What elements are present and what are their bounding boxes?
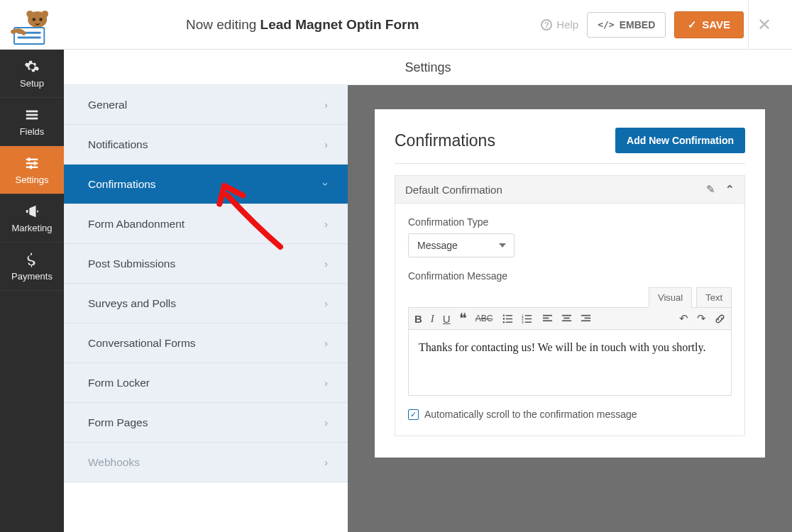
rail-item-payments[interactable]: Payments — [0, 243, 64, 291]
chevron-down-icon: › — [320, 182, 332, 186]
rail-label: Payments — [11, 271, 53, 282]
dollar-icon — [24, 252, 40, 267]
underline-icon[interactable]: U — [443, 313, 451, 325]
svg-rect-15 — [34, 161, 36, 165]
editing-label: Now editing Lead Magnet Optin Form — [64, 17, 541, 33]
svg-rect-22 — [506, 321, 512, 323]
confirmations-heading: Confirmations — [395, 131, 495, 150]
svg-rect-18 — [506, 315, 512, 316]
rail-label: Setup — [20, 78, 44, 89]
strike-icon[interactable]: ABC — [475, 313, 493, 325]
align-center-icon[interactable] — [561, 314, 572, 324]
settings-item-form-abandonment[interactable]: Form Abandonment › — [64, 204, 348, 244]
close-button[interactable]: ✕ — [748, 0, 779, 50]
ul-icon[interactable] — [502, 314, 513, 324]
rail-item-settings[interactable]: Settings — [0, 146, 64, 194]
rail-item-setup[interactable]: Setup — [0, 50, 64, 98]
confirmations-panel: Confirmations Add New Confirmation Defau… — [375, 109, 765, 458]
settings-item-form-locker[interactable]: Form Locker › — [64, 363, 348, 403]
megaphone-icon — [24, 204, 40, 219]
list-icon — [24, 107, 40, 123]
help-icon: ? — [541, 19, 552, 31]
redo-icon[interactable]: ↷ — [697, 312, 706, 325]
svg-rect-7 — [18, 36, 41, 38]
editor-tab-visual[interactable]: Visual — [649, 287, 692, 308]
svg-rect-20 — [506, 318, 512, 319]
svg-point-3 — [33, 18, 35, 21]
editing-prefix: Now editing — [186, 17, 256, 32]
svg-text:3: 3 — [522, 321, 524, 324]
svg-rect-34 — [562, 320, 571, 321]
svg-point-17 — [503, 314, 505, 316]
auto-scroll-checkbox[interactable]: ✓ — [408, 409, 419, 420]
settings-item-conversational[interactable]: Conversational Forms › — [64, 323, 348, 363]
chevron-right-icon: › — [324, 138, 328, 150]
chevron-right-icon: › — [324, 218, 328, 230]
rail-item-fields[interactable]: Fields — [0, 98, 64, 146]
align-left-icon[interactable] — [542, 314, 553, 324]
svg-rect-30 — [543, 317, 549, 318]
settings-item-notifications[interactable]: Notifications › — [64, 125, 348, 165]
bold-icon[interactable]: B — [414, 313, 422, 325]
edit-icon[interactable]: ✎ — [706, 183, 715, 196]
add-confirmation-button[interactable]: Add New Confirmation — [615, 128, 745, 153]
app-logo — [0, 0, 64, 50]
confirmation-type-label: Confirmation Type — [408, 216, 732, 228]
check-icon: ✓ — [688, 18, 697, 31]
align-right-icon[interactable] — [581, 314, 591, 324]
help-label: Help — [556, 18, 578, 31]
settings-item-label: Form Abandonment — [88, 218, 185, 231]
settings-item-surveys[interactable]: Surveys and Polls › — [64, 284, 348, 323]
settings-item-webhooks[interactable]: Webhooks › — [64, 443, 348, 482]
settings-item-label: General — [88, 99, 127, 111]
confirmation-accordion-header[interactable]: Default Confirmation ✎ ⌃ — [395, 175, 745, 204]
rail-item-marketing[interactable]: Marketing — [0, 194, 64, 243]
svg-rect-9 — [26, 113, 38, 116]
svg-rect-10 — [26, 117, 38, 119]
settings-item-label: Form Pages — [88, 416, 148, 429]
quote-icon[interactable]: ❝ — [459, 313, 467, 325]
svg-rect-36 — [585, 317, 590, 318]
link-icon[interactable] — [715, 312, 725, 325]
svg-point-19 — [503, 318, 505, 319]
settings-item-confirmations[interactable]: Confirmations › — [64, 165, 348, 204]
chevron-right-icon: › — [324, 456, 328, 468]
top-bar: Now editing Lead Magnet Optin Form ? Hel… — [0, 0, 792, 50]
svg-rect-29 — [543, 314, 552, 316]
svg-rect-33 — [564, 317, 570, 318]
settings-sidebar: General › Notifications › Confirmations … — [64, 50, 348, 532]
confirmation-type-select[interactable]: Message — [408, 233, 515, 257]
code-icon: </> — [598, 19, 614, 30]
svg-rect-28 — [525, 321, 532, 323]
confirmation-accordion-body: Confirmation Type Message Confirmation M… — [395, 204, 745, 436]
settings-item-label: Webhooks — [88, 456, 140, 469]
embed-label: EMBED — [620, 19, 656, 31]
svg-point-2 — [41, 10, 48, 17]
save-label: SAVE — [702, 18, 730, 31]
form-name: Lead Magnet Optin Form — [260, 17, 419, 32]
editor-toolbar: B I U ❝ ABC 123 — [408, 307, 732, 330]
embed-button[interactable]: </> EMBED — [587, 12, 666, 38]
help-link[interactable]: ? Help — [541, 18, 578, 31]
gear-icon — [24, 59, 40, 74]
chevron-right-icon: › — [324, 416, 328, 428]
editor-tab-text[interactable]: Text — [696, 287, 732, 308]
svg-rect-24 — [525, 315, 532, 316]
settings-item-label: Notifications — [88, 138, 148, 151]
svg-rect-16 — [30, 165, 32, 169]
sliders-icon — [24, 155, 40, 171]
svg-point-4 — [39, 18, 42, 21]
undo-icon[interactable]: ↶ — [679, 312, 688, 325]
rail-label: Settings — [16, 174, 49, 185]
ol-icon[interactable]: 123 — [522, 314, 532, 324]
settings-item-post-submissions[interactable]: Post Submissions › — [64, 244, 348, 284]
svg-rect-32 — [562, 314, 571, 316]
save-button[interactable]: ✓ SAVE — [674, 11, 744, 38]
svg-rect-26 — [525, 318, 532, 319]
chevron-up-icon[interactable]: ⌃ — [725, 183, 735, 196]
preview-pane: Confirmations Add New Confirmation Defau… — [348, 85, 792, 532]
confirmation-message-editor[interactable]: Thanks for contacting us! We will be in … — [408, 330, 732, 396]
settings-item-form-pages[interactable]: Form Pages › — [64, 403, 348, 443]
italic-icon[interactable]: I — [431, 313, 434, 325]
settings-item-general[interactable]: General › — [64, 85, 348, 125]
